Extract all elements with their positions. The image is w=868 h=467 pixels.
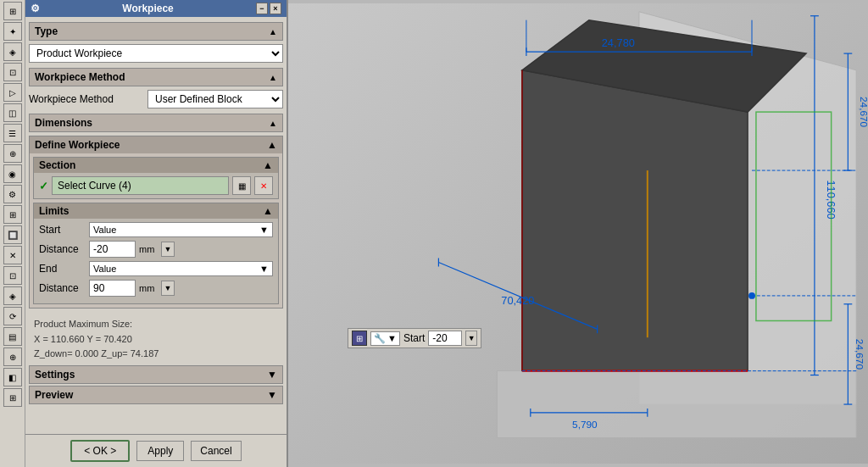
preview-row[interactable]: Preview ▼ (29, 386, 283, 404)
end-type-select[interactable]: Value ▼ (89, 261, 273, 276)
select-curve-button[interactable]: Select Curve (4) (52, 176, 229, 195)
toolbar-btn-3[interactable]: ◈ (3, 42, 22, 61)
section-box-label: Section (39, 159, 75, 171)
dimensions-label: Dimensions (35, 117, 92, 129)
start-distance-unit: mm (139, 244, 158, 254)
start-widget-arrow[interactable]: ▼ (465, 331, 477, 346)
preview-arrow: ▼ (267, 389, 277, 401)
toolbar-btn-10[interactable]: ⚙ (3, 185, 22, 203)
wm-method-label: Workpiece Method (29, 93, 114, 105)
cancel-button[interactable]: Cancel (191, 441, 241, 461)
start-distance-arrow[interactable]: ▼ (161, 242, 175, 257)
toolbar-btn-19[interactable]: ◧ (3, 368, 22, 386)
panel-title: Workpiece (122, 3, 173, 14)
titlebar-controls: − × (256, 3, 281, 14)
limits-label: Limits (39, 205, 69, 217)
start-widget-label: Start (403, 332, 425, 344)
toolbar-btn-6[interactable]: ◫ (3, 103, 22, 122)
type-select[interactable]: Product WorkpieceBlankCustom (29, 44, 283, 63)
define-wp-arrow: ▲ (267, 139, 277, 151)
ok-button[interactable]: < OK > (70, 440, 130, 462)
toolbar-btn-2[interactable]: ✦ (3, 22, 22, 41)
curve-icon-btn-1[interactable]: ▦ (232, 176, 251, 195)
toolbar-btn-1[interactable]: ⊞ (3, 2, 22, 20)
toolbar-btn-18[interactable]: ⊕ (3, 347, 22, 366)
end-type-dropdown-icon: ▼ (259, 264, 269, 274)
workpiece-panel: ⚙ Workpiece − × Type ▲ Product Workpiece… (25, 0, 288, 467)
close-button[interactable]: × (270, 3, 281, 14)
type-select-row: Product WorkpieceBlankCustom (29, 44, 283, 63)
start-type-val: Value (93, 225, 116, 235)
wm-section-label: Workpiece Method (35, 71, 125, 83)
toolbar-btn-20[interactable]: ⊞ (3, 388, 22, 407)
toolbar-btn-4[interactable]: ⊡ (3, 63, 22, 81)
dim-top: 24,780 (602, 36, 635, 49)
toolbar-btn-12[interactable]: 🔲 (3, 225, 22, 244)
settings-arrow: ▼ (267, 369, 277, 381)
end-distance-input[interactable] (89, 280, 136, 297)
panel-title-icon: ⚙ (31, 3, 40, 14)
start-distance-input[interactable] (89, 241, 136, 258)
end-distance-label: Distance (39, 282, 86, 294)
wm-row: Workpiece Method User Defined BlockAutom… (29, 90, 283, 108)
toolbar-btn-14[interactable]: ⊡ (3, 266, 22, 285)
end-distance-row: Distance mm ▼ (39, 280, 273, 297)
toolbar-btn-17[interactable]: ▤ (3, 327, 22, 346)
define-wp-header[interactable]: Define Workpiece ▲ (30, 136, 282, 153)
product-size-line3: Z_down= 0.000 Z_up= 74.187 (34, 347, 278, 362)
apply-button[interactable]: Apply (136, 441, 184, 461)
toolbar-btn-7[interactable]: ☰ (3, 124, 22, 142)
start-type-select[interactable]: Value ▼ (89, 222, 273, 237)
panel-content: Type ▲ Product WorkpieceBlankCustom Work… (25, 17, 287, 434)
end-label: End (39, 263, 86, 275)
bottom-buttons: < OK > Apply Cancel (25, 434, 287, 467)
curve-icon-btn-2[interactable]: ✕ (254, 176, 273, 195)
dimensions-section-header[interactable]: Dimensions ▲ (29, 114, 283, 132)
type-section-header[interactable]: Type ▲ (29, 22, 283, 41)
toolbar-btn-9[interactable]: ◉ (3, 164, 22, 183)
start-widget-dropdown-icon: 🔧 (374, 333, 386, 344)
toolbar-btn-16[interactable]: ⟳ (3, 307, 22, 325)
dim-bottom: 5,790 (572, 419, 598, 431)
start-distance-label: Distance (39, 243, 86, 255)
end-row: End Value ▼ (39, 261, 273, 276)
limits-content: Start Value ▼ Distance mm ▼ (34, 219, 278, 303)
section-box-header[interactable]: Section ▲ (34, 158, 278, 173)
minimize-button[interactable]: − (256, 3, 268, 14)
settings-row[interactable]: Settings ▼ (29, 365, 283, 384)
preview-label: Preview (35, 389, 73, 401)
start-widget-input[interactable] (428, 331, 462, 346)
svg-marker-3 (522, 70, 748, 371)
start-distance-row: Distance mm ▼ (39, 241, 273, 258)
left-toolbar: ⊞ ✦ ◈ ⊡ ▷ ◫ ☰ ⊕ ◉ ⚙ ⊞ 🔲 ✕ ⊡ ◈ ⟳ ▤ ⊕ ◧ ⊞ (0, 0, 25, 467)
wm-arrow: ▲ (269, 73, 277, 82)
settings-label: Settings (35, 369, 75, 381)
start-widget-dropdown[interactable]: 🔧 ▼ (370, 331, 400, 346)
product-size-line2: X = 110.660 Y = 70.420 (34, 332, 278, 347)
toolbar-btn-11[interactable]: ⊞ (3, 205, 22, 224)
dim-left: 70,420 (501, 294, 534, 307)
wm-section-header[interactable]: Workpiece Method ▲ (29, 68, 283, 86)
viewport-svg: 24,780 110,660 24,670 70,420 5,790 24,67… (288, 0, 868, 467)
toolbar-btn-8[interactable]: ⊕ (3, 144, 22, 163)
toolbar-btn-5[interactable]: ▷ (3, 83, 22, 102)
limits-box: Limits ▲ Start Value ▼ Distance (33, 203, 279, 304)
type-label: Type (35, 25, 58, 37)
end-distance-arrow[interactable]: ▼ (161, 281, 175, 296)
select-curve-row: ✓ Select Curve (4) ▦ ✕ (34, 173, 278, 198)
start-label: Start (39, 224, 86, 236)
panel-titlebar: ⚙ Workpiece − × (25, 0, 287, 17)
check-icon: ✓ (39, 180, 48, 192)
viewport: 24,780 110,660 24,670 70,420 5,790 24,67… (288, 0, 868, 467)
define-wp-label: Define Workpiece (35, 139, 120, 151)
start-widget: ⊞ 🔧 ▼ Start ▼ (348, 328, 481, 348)
start-type-dropdown-icon: ▼ (259, 225, 269, 235)
wm-method-select[interactable]: User Defined BlockAutomatic BlockPart Of… (147, 90, 283, 108)
toolbar-btn-13[interactable]: ✕ (3, 246, 22, 264)
limits-header[interactable]: Limits ▲ (34, 203, 278, 219)
define-workpiece-box: Define Workpiece ▲ Section ▲ ✓ Select Cu… (29, 136, 283, 309)
section-box: Section ▲ ✓ Select Curve (4) ▦ ✕ (33, 157, 279, 199)
toolbar-btn-15[interactable]: ◈ (3, 286, 22, 305)
dimensions-arrow: ▲ (269, 119, 277, 128)
product-size-line1: Product Maximum Size: (34, 317, 278, 332)
